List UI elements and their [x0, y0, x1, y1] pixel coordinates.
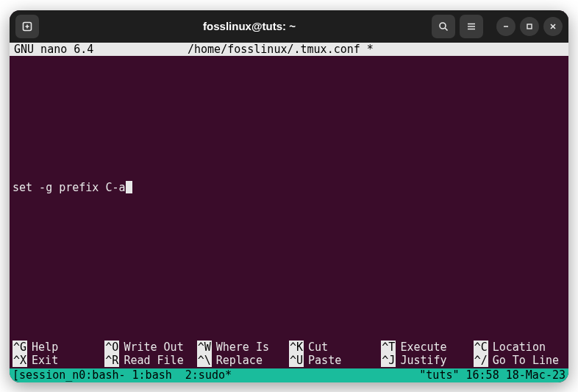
help-item: ^\Replace	[197, 354, 289, 367]
tmux-status-left: [session_n0:bash- 1:bash 2:sudo*	[13, 368, 419, 382]
help-key: ^T	[381, 341, 396, 354]
help-item: ^XExit	[13, 354, 104, 367]
help-key: ^X	[13, 354, 27, 367]
help-label: Justify	[400, 354, 446, 367]
help-key: ^O	[104, 341, 119, 354]
help-key: ^U	[289, 354, 304, 367]
tmux-status-bar: [session_n0:bash- 1:bash 2:sudo* "tuts" …	[10, 368, 568, 382]
help-item: ^TExecute	[381, 341, 473, 354]
help-row-1: ^GHelp ^OWrite Out ^WWhere Is ^KCut ^TEx…	[13, 341, 565, 354]
help-item: ^WWhere Is	[197, 341, 289, 354]
maximize-button[interactable]	[520, 17, 539, 36]
window-titlebar: fosslinux@tuts: ~	[10, 10, 568, 43]
minimize-button[interactable]	[496, 17, 515, 36]
nano-app-name: GNU nano 6.4	[11, 43, 188, 56]
nano-file-name: /home/fosslinux/.tmux.conf *	[188, 43, 567, 56]
svg-line-4	[445, 28, 448, 31]
text-cursor	[126, 181, 132, 193]
help-item: ^/Go To Line	[474, 354, 565, 367]
svg-rect-9	[527, 24, 532, 29]
help-key: ^/	[474, 354, 488, 367]
terminal-window: fosslinux@tuts: ~	[10, 10, 568, 382]
terminal-body[interactable]: GNU nano 6.4 /home/fosslinux/.tmux.conf …	[10, 43, 568, 382]
nano-titlebar: GNU nano 6.4 /home/fosslinux/.tmux.conf …	[10, 43, 568, 56]
editor-area[interactable]: set -g prefix C-a	[10, 56, 568, 341]
help-label: Help	[32, 341, 58, 354]
editor-content-line: set -g prefix C-a	[13, 181, 132, 194]
help-label: Read File	[124, 354, 183, 367]
help-item: ^GHelp	[13, 341, 104, 354]
help-key: ^K	[289, 341, 304, 354]
help-label: Paste	[308, 354, 341, 367]
help-key: ^W	[197, 341, 212, 354]
window-title: fosslinux@tuts: ~	[71, 20, 427, 32]
help-item: ^JJustify	[381, 354, 473, 367]
help-label: Write Out	[124, 341, 183, 354]
help-key: ^R	[104, 354, 119, 367]
help-label: Cut	[308, 341, 328, 354]
help-item: ^OWrite Out	[104, 341, 196, 354]
help-label: Exit	[32, 354, 58, 367]
help-label: Execute	[400, 341, 446, 354]
help-label: Replace	[216, 354, 263, 367]
tmux-status-right: "tuts" 16:58 18-Mac-23	[419, 368, 565, 382]
help-item: ^UPaste	[289, 354, 381, 367]
help-item: ^KCut	[289, 341, 381, 354]
search-button[interactable]	[432, 15, 455, 38]
close-button[interactable]	[543, 17, 563, 36]
menu-button[interactable]	[460, 15, 483, 38]
nano-help-bar: ^GHelp ^OWrite Out ^WWhere Is ^KCut ^TEx…	[10, 341, 568, 368]
svg-point-3	[440, 23, 446, 29]
help-label: Go To Line	[493, 354, 559, 367]
help-key: ^G	[13, 341, 27, 354]
help-key: ^C	[474, 341, 488, 354]
help-row-2: ^XExit ^RRead File ^\Replace ^UPaste ^JJ…	[13, 354, 565, 367]
help-item: ^RRead File	[104, 354, 196, 367]
help-label: Location	[493, 341, 546, 354]
new-tab-button[interactable]	[15, 15, 39, 38]
help-key: ^\	[197, 354, 212, 367]
help-label: Where Is	[216, 341, 269, 354]
help-item: ^CLocation	[474, 341, 565, 354]
help-key: ^J	[381, 354, 396, 367]
editor-text: set -g prefix C-a	[13, 181, 126, 194]
